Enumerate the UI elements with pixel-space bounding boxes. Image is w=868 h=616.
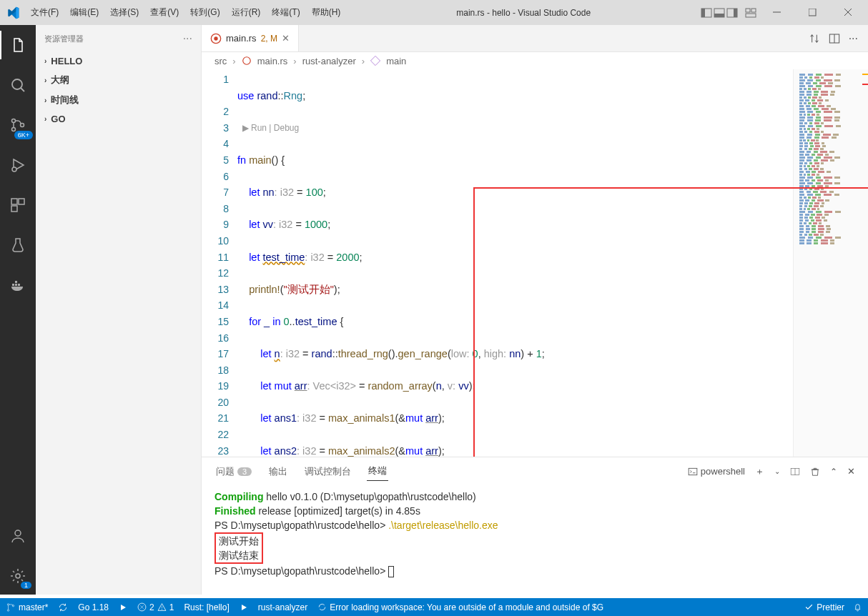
breadcrumb[interactable]: src› main.rs› rust-analyzer› main: [202, 52, 868, 69]
vscode-icon: [0, 6, 25, 19]
svg-rect-25: [15, 281, 17, 283]
status-go[interactable]: Go 1.18: [78, 602, 109, 612]
compare-changes-icon[interactable]: [809, 33, 820, 44]
layout-right-icon[interactable]: [726, 7, 738, 19]
tab-more-icon[interactable]: ···: [849, 32, 858, 45]
menu-run[interactable]: 运行(R): [226, 0, 267, 25]
check-icon: [804, 602, 814, 612]
rust-icon: [242, 56, 252, 66]
minimap[interactable]: [793, 69, 868, 457]
svg-rect-22: [12, 284, 14, 286]
status-workspace-error[interactable]: Error loading workspace: You are outside…: [317, 602, 794, 612]
svg-point-16: [12, 128, 16, 131]
svg-point-44: [162, 609, 162, 610]
svg-point-15: [12, 119, 16, 123]
tab-main-rs[interactable]: main.rs 2, M ✕: [202, 25, 299, 51]
svg-rect-3: [714, 14, 724, 17]
tab-filename: main.rs: [226, 33, 257, 44]
activity-extensions[interactable]: [0, 191, 36, 219]
menu-terminal[interactable]: 终端(T): [266, 0, 305, 25]
menu-view[interactable]: 查看(V): [144, 0, 184, 25]
menu-select[interactable]: 选择(S): [104, 0, 144, 25]
sidebar-more-icon[interactable]: ···: [183, 32, 192, 45]
sync-icon: [58, 602, 68, 612]
annotation-box-terminal: 测试开始测试结束: [214, 532, 263, 564]
symbol-function-icon: [370, 56, 380, 66]
line-numbers: 1234567891011121314151617181920212223: [202, 69, 237, 457]
activity-testing[interactable]: [0, 231, 36, 259]
kill-terminal-icon[interactable]: [810, 467, 820, 477]
status-rust-analyzer[interactable]: rust-analyzer: [258, 602, 307, 612]
status-problems[interactable]: 2 1: [137, 602, 174, 612]
error-icon: [137, 602, 147, 612]
svg-point-18: [12, 167, 16, 172]
svg-point-13: [12, 79, 22, 89]
terminal-dropdown-icon[interactable]: ⌄: [774, 467, 780, 475]
activity-explorer[interactable]: [0, 31, 36, 59]
customize-layout-icon[interactable]: [745, 7, 756, 19]
svg-rect-33: [371, 56, 380, 65]
activity-accounts[interactable]: [0, 522, 36, 550]
svg-line-14: [21, 88, 24, 91]
editor-area: main.rs 2, M ✕ ··· src› main.rs› rust-an…: [202, 25, 868, 595]
svg-rect-34: [689, 468, 697, 475]
status-go-play[interactable]: [119, 603, 127, 612]
status-notifications[interactable]: [853, 602, 862, 612]
panel-tab-terminal[interactable]: 终端: [367, 462, 388, 481]
panel-tab-debug[interactable]: 调试控制台: [303, 462, 352, 481]
menu-help[interactable]: 帮助(H): [306, 0, 347, 25]
scm-badge: 6K+: [14, 131, 33, 139]
panel-tab-output[interactable]: 输出: [267, 462, 289, 481]
menu-bar: 文件(F) 编辑(E) 选择(S) 查看(V) 转到(G) 运行(R) 终端(T…: [25, 0, 346, 25]
settings-badge: 1: [21, 582, 31, 589]
sidebar-section-go[interactable]: ›GO: [36, 110, 201, 128]
svg-point-32: [242, 57, 250, 65]
activity-debug[interactable]: [0, 151, 36, 179]
close-panel-icon[interactable]: ✕: [847, 466, 855, 477]
new-terminal-icon[interactable]: ＋: [755, 465, 764, 478]
layout-bottom-icon[interactable]: [714, 7, 725, 19]
close-button[interactable]: [832, 0, 864, 25]
activity-bar: 6K+ 1: [0, 25, 36, 595]
titlebar: 文件(F) 编辑(E) 选择(S) 查看(V) 转到(G) 运行(R) 终端(T…: [0, 0, 868, 25]
titlebar-right: [701, 0, 868, 25]
maximize-button[interactable]: [797, 0, 828, 25]
bottom-panel: 问题3 输出 调试控制台 终端 powershell ＋ ⌄ ⌃ ✕: [202, 457, 868, 595]
status-sync[interactable]: [58, 602, 68, 612]
status-rust[interactable]: Rust: [hello]: [184, 602, 229, 612]
svg-point-37: [7, 603, 9, 605]
split-terminal-icon[interactable]: [790, 467, 800, 477]
svg-rect-10: [809, 9, 816, 16]
activity-docker[interactable]: [0, 271, 36, 299]
window-title: main.rs - hello - Visual Studio Code: [346, 8, 701, 18]
terminal-shell-select[interactable]: powershell: [688, 466, 745, 477]
tab-close-icon[interactable]: ✕: [282, 33, 290, 44]
sidebar-section-timeline[interactable]: ›时间线: [36, 90, 201, 110]
svg-rect-5: [734, 9, 737, 17]
activity-scm[interactable]: 6K+: [0, 111, 36, 139]
sidebar-section-hello[interactable]: ›HELLO: [36, 52, 201, 70]
menu-edit[interactable]: 编辑(E): [64, 0, 104, 25]
activity-settings[interactable]: 1: [0, 562, 36, 590]
split-editor-icon[interactable]: [829, 33, 840, 44]
activity-search[interactable]: [0, 71, 36, 99]
layout-left-icon[interactable]: [701, 7, 712, 19]
status-branch[interactable]: master*: [6, 602, 48, 612]
maximize-panel-icon[interactable]: ⌃: [830, 467, 837, 477]
editor-tabs: main.rs 2, M ✕ ···: [202, 25, 868, 52]
code-editor[interactable]: use rand::Rng; ▶ Run | Debug fn main() {…: [237, 69, 793, 457]
terminal-icon: [688, 467, 698, 477]
svg-rect-23: [15, 284, 17, 286]
play-icon[interactable]: [240, 603, 248, 612]
git-branch-icon: [6, 602, 16, 612]
sidebar-section-outline[interactable]: ›大纲: [36, 70, 201, 90]
sidebar-title: 资源管理器: [44, 34, 84, 44]
panel-tab-problems[interactable]: 问题3: [214, 462, 253, 481]
menu-go[interactable]: 转到(G): [184, 0, 225, 25]
status-prettier[interactable]: Prettier: [804, 602, 844, 612]
codelens[interactable]: ▶ Run | Debug: [237, 120, 793, 136]
terminal-output[interactable]: Compiling hello v0.1.0 (D:\mysetup\gopat…: [202, 482, 868, 595]
menu-file[interactable]: 文件(F): [25, 0, 64, 25]
minimize-button[interactable]: [761, 0, 792, 25]
rust-file-icon: [210, 33, 222, 44]
